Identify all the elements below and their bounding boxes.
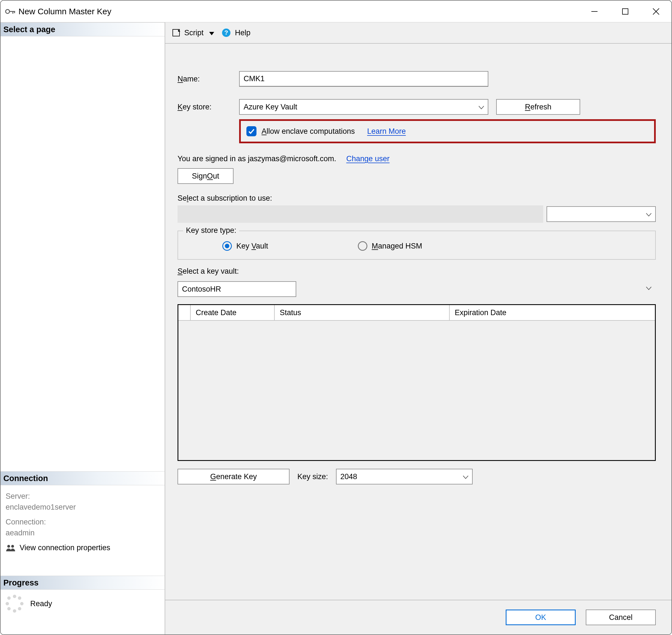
server-label: Server: bbox=[6, 492, 160, 501]
progress-spinner-icon bbox=[6, 595, 23, 613]
select-page-list bbox=[1, 36, 165, 471]
radio-key-vault[interactable]: Key Vault bbox=[222, 241, 268, 251]
allow-enclave-label: Allow enclave computations bbox=[261, 127, 355, 136]
ok-button[interactable]: OK bbox=[506, 610, 576, 625]
keystore-type-group: Key store type: Key Vault Managed HSM bbox=[177, 231, 656, 260]
table-header-status[interactable]: Status bbox=[275, 305, 450, 320]
maximize-button[interactable] bbox=[610, 1, 640, 22]
radio-key-vault-label: Key Vault bbox=[236, 242, 268, 250]
script-button[interactable]: Script bbox=[184, 28, 204, 37]
svg-point-8 bbox=[7, 545, 10, 548]
window-title: New Column Master Key bbox=[19, 7, 111, 16]
connection-value: aeadmin bbox=[6, 529, 160, 537]
people-icon bbox=[6, 544, 16, 552]
change-user-link[interactable]: Change user bbox=[346, 154, 390, 163]
table-header-selector[interactable] bbox=[178, 305, 191, 320]
key-vault-label: Select a key vault: bbox=[177, 267, 656, 276]
subscription-readonly-bar bbox=[177, 205, 543, 223]
keystore-type-legend: Key store type: bbox=[183, 226, 239, 235]
progress-status: Ready bbox=[30, 599, 52, 608]
key-size-label: Key size: bbox=[297, 473, 328, 481]
table-header-create-date[interactable]: Create Date bbox=[191, 305, 275, 320]
server-value: enclavedemo1server bbox=[6, 503, 160, 511]
script-icon bbox=[172, 28, 180, 37]
name-input[interactable] bbox=[239, 71, 488, 87]
minimize-button[interactable] bbox=[579, 1, 610, 22]
key-vault-select[interactable] bbox=[177, 281, 296, 297]
svg-point-0 bbox=[6, 9, 9, 14]
radio-icon bbox=[222, 241, 232, 251]
radio-icon bbox=[358, 241, 368, 251]
radio-managed-hsm-label: Managed HSM bbox=[372, 242, 422, 250]
select-page-header: Select a page bbox=[1, 22, 165, 36]
svg-marker-11 bbox=[209, 32, 214, 35]
keystore-label: Key store: bbox=[177, 103, 239, 111]
view-connection-properties-label: View connection properties bbox=[20, 544, 110, 552]
script-dropdown-arrow-icon[interactable] bbox=[209, 28, 214, 37]
progress-header: Progress bbox=[1, 576, 165, 590]
help-icon: ? bbox=[222, 28, 230, 37]
learn-more-link[interactable]: Learn More bbox=[367, 127, 406, 136]
help-button[interactable]: Help bbox=[235, 28, 251, 37]
connection-header: Connection bbox=[1, 471, 165, 485]
svg-rect-5 bbox=[623, 9, 628, 14]
refresh-button[interactable]: Refresh bbox=[496, 99, 580, 115]
name-label: Name: bbox=[177, 75, 239, 83]
keys-table[interactable]: Create Date Status Expiration Date bbox=[177, 304, 656, 461]
connection-label: Connection: bbox=[6, 518, 160, 526]
subscription-select[interactable] bbox=[547, 206, 656, 222]
sign-out-button[interactable]: Sign Out bbox=[177, 168, 233, 184]
key-icon bbox=[5, 8, 16, 15]
enclave-highlight-box: Allow enclave computations Learn More bbox=[239, 119, 656, 143]
subscription-label: Select a subscription to use: bbox=[177, 194, 656, 203]
generate-key-button[interactable]: Generate Key bbox=[177, 469, 290, 484]
radio-managed-hsm[interactable]: Managed HSM bbox=[358, 241, 422, 251]
keystore-select[interactable] bbox=[239, 99, 488, 115]
table-header-expiration-date[interactable]: Expiration Date bbox=[450, 305, 655, 320]
key-size-select[interactable] bbox=[336, 469, 472, 484]
close-button[interactable] bbox=[640, 1, 671, 22]
svg-point-9 bbox=[11, 545, 14, 548]
view-connection-properties-link[interactable]: View connection properties bbox=[6, 544, 160, 552]
chevron-down-icon bbox=[646, 284, 652, 292]
allow-enclave-checkbox[interactable] bbox=[246, 126, 256, 136]
signed-in-text: You are signed in as jaszymas@microsoft.… bbox=[177, 154, 336, 163]
cancel-button[interactable]: Cancel bbox=[586, 610, 656, 625]
